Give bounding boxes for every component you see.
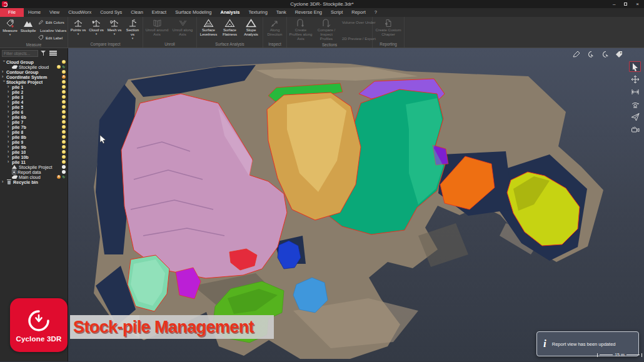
expand-arrow-icon[interactable]: › [2, 179, 5, 184]
2d-preview-export-button[interactable]: 2D Preview / Export [340, 36, 370, 41]
expand-arrow-icon[interactable]: › [1, 81, 6, 84]
tree-item-pile-8b[interactable]: ›pile 8b [0, 134, 68, 139]
minimize-button[interactable]: – [613, 1, 615, 7]
tree-item-pile-5[interactable]: ›pile 5 [0, 104, 68, 109]
pick-label-tool-button[interactable] [600, 50, 610, 58]
visibility-bulb-icon[interactable] [62, 130, 66, 134]
mesh-vs-button[interactable]: Mesh vs ▾ [106, 18, 123, 35]
visibility-bulb-icon[interactable] [62, 85, 66, 89]
menu-item-texturing[interactable]: Texturing [244, 8, 271, 17]
visibility-bulb-icon[interactable] [62, 135, 66, 139]
hidden-dot-icon[interactable] [62, 170, 66, 174]
menu-icon[interactable] [49, 51, 57, 56]
localize-values-button[interactable]: Localize Values [38, 28, 66, 33]
pan-tool-button[interactable] [629, 74, 641, 84]
visibility-bulb-icon[interactable] [62, 95, 66, 99]
visibility-bulb-icon[interactable] [62, 100, 66, 104]
pick-measure-tool-button[interactable] [585, 50, 595, 58]
maximize-button[interactable] [624, 1, 627, 7]
unroll-around-axis-button[interactable]: Unroll around Axis [144, 18, 169, 37]
tree-item-pile-9[interactable]: ›pile 9 [0, 139, 68, 144]
compare-inspect-profiles-button[interactable]: Compare / Inspect Profiles [314, 18, 339, 41]
unroll-along-axis-button[interactable]: Unroll along Axis [170, 18, 195, 37]
tree-item-pile-2[interactable]: ›pile 2 [0, 89, 68, 94]
visibility-bulb-icon[interactable] [62, 115, 66, 119]
expand-arrow-icon[interactable]: › [8, 129, 11, 134]
tree-item-pile-1[interactable]: ›pile 1 [0, 84, 68, 89]
expand-arrow-icon[interactable]: › [8, 104, 11, 109]
visibility-bulb-icon[interactable] [57, 65, 61, 69]
menu-item-tank[interactable]: Tank [272, 8, 291, 17]
tree-item-pile-7[interactable]: ›pile 7 [0, 119, 68, 124]
tree-item-stockpile-project[interactable]: ›Stockpile Project [0, 79, 68, 84]
visibility-bulb-icon[interactable] [62, 125, 66, 129]
expand-arrow-icon[interactable]: › [8, 114, 11, 119]
visibility-bulb-icon[interactable] [62, 120, 66, 124]
visibility-bulb-icon[interactable] [62, 160, 66, 164]
edit-label-button[interactable]: Edit Label [38, 35, 66, 41]
tree-item-pile-3[interactable]: ›pile 3 [0, 94, 68, 99]
menu-item-extract[interactable]: Extract [148, 8, 171, 17]
visibility-bulb-icon[interactable] [62, 155, 66, 159]
expand-arrow-icon[interactable]: › [8, 94, 11, 99]
fly-through-button[interactable] [629, 111, 641, 122]
measure-distance-button[interactable] [629, 86, 641, 97]
expand-arrow-icon[interactable]: › [8, 124, 11, 129]
annotation-badge-icon[interactable]: A [57, 175, 61, 179]
visibility-bulb-icon[interactable] [62, 150, 66, 154]
menu-item-cloudworx[interactable]: CloudWorx [64, 8, 96, 17]
tag-tool-button[interactable] [614, 50, 624, 58]
menu-item-?[interactable]: ? [370, 8, 381, 17]
expand-arrow-icon[interactable]: › [8, 139, 11, 144]
menu-item-clean[interactable]: Clean [126, 8, 148, 17]
expand-arrow-icon[interactable]: › [8, 89, 11, 94]
menu-item-report[interactable]: Report [347, 8, 370, 17]
sync-icon[interactable]: ↻ [62, 65, 66, 69]
tree-item-pile-7b[interactable]: ›pile 7b [0, 124, 68, 129]
menu-item-surface-modeling[interactable]: Surface Modeling [171, 8, 216, 17]
menu-item-view[interactable]: View [45, 8, 64, 17]
tree-item-recycle-bin[interactable]: ›Recycle bin [0, 179, 68, 184]
camera-view-button[interactable] [629, 124, 641, 134]
menu-item-home[interactable]: Home [24, 8, 45, 17]
along-direction-button[interactable]: Along Direction [264, 18, 285, 37]
visibility-bulb-icon[interactable] [62, 90, 66, 94]
menu-item-reverse-eng[interactable]: Reverse Eng [291, 8, 326, 17]
tree-item-pile-10[interactable]: ›pile 10 [0, 149, 68, 154]
visibility-bulb-icon[interactable] [62, 60, 66, 64]
orbit-camera-button[interactable] [629, 99, 641, 109]
sketch-tool-button[interactable] [571, 50, 581, 58]
stockpile-button[interactable]: Stockpile [19, 18, 37, 33]
expand-arrow-icon[interactable]: › [8, 159, 11, 164]
expand-arrow-icon[interactable]: › [8, 84, 11, 89]
expand-arrow-icon[interactable]: › [8, 154, 11, 159]
hidden-dot-icon[interactable] [62, 165, 66, 169]
expand-arrow-icon[interactable]: › [8, 134, 11, 139]
section-vs-button[interactable]: Section vs ▾ [124, 18, 141, 39]
menu-item-script[interactable]: Script [326, 8, 347, 17]
visibility-bulb-icon[interactable] [62, 110, 66, 114]
filter-objects-input[interactable] [2, 50, 38, 57]
visibility-bulb-icon[interactable] [62, 145, 66, 149]
create-profiles-along-axis-button[interactable]: Create Profiles along Axis [288, 18, 313, 41]
visibility-bulb-icon[interactable] [62, 105, 66, 109]
filter-icon[interactable] [41, 50, 47, 56]
expand-arrow-icon[interactable]: › [2, 69, 5, 74]
cloud-vs-button[interactable]: Cloud vs ▾ [88, 18, 105, 35]
visibility-bulb-icon[interactable] [62, 80, 66, 84]
expand-arrow-icon[interactable]: › [8, 144, 11, 149]
expand-arrow-icon[interactable]: › [1, 61, 6, 64]
close-button[interactable]: × [636, 1, 639, 7]
3d-viewport[interactable]: i Report view has been updated 15 m [68, 48, 644, 361]
volume-over-under-button[interactable]: Volume Over Under [340, 19, 370, 24]
visibility-bulb-icon[interactable] [62, 140, 66, 144]
expand-arrow-icon[interactable]: › [2, 74, 5, 79]
tree-item-pile-9b[interactable]: ›pile 9b [0, 144, 68, 149]
menu-item-analysis[interactable]: Analysis [216, 8, 244, 17]
annotation-badge-icon[interactable]: A [62, 75, 66, 79]
surface-levelness-button[interactable]: Surface Levelness [198, 18, 219, 37]
tree-item-pile-10b[interactable]: ›pile 10b [0, 154, 68, 159]
measure-button[interactable]: Measure ▾ [1, 18, 19, 36]
surface-flatness-button[interactable]: Surface Flatness [219, 18, 240, 37]
sync-icon[interactable]: ↻ [62, 175, 66, 179]
